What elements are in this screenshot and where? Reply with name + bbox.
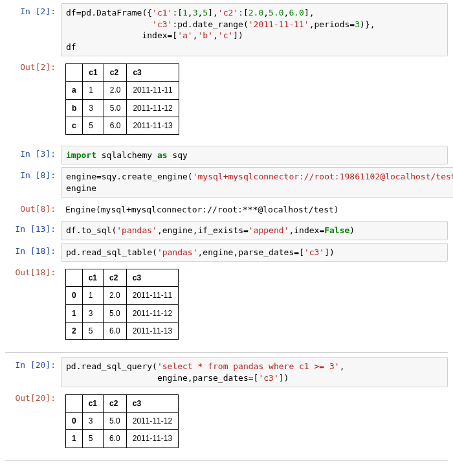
cell: 5.0 (104, 413, 127, 430)
cell: 2.0 (104, 287, 127, 304)
code-token: 3 (355, 19, 360, 29)
code-token: 'c3' (258, 373, 278, 383)
table-head: c1c2c3 (66, 64, 179, 82)
input-area[interactable]: pd.read_sql_query('select * from pandas … (61, 357, 448, 387)
code-token: 'select * from pandas where c1 >= 3' (157, 361, 340, 371)
code-token: ,engine,if_exists= (157, 225, 249, 235)
code-token: df.to_sql( (66, 225, 116, 235)
table-row: 035.02011-11-12 (66, 413, 179, 430)
col-header: c1 (82, 395, 103, 413)
table-row: 256.02011-11-13 (66, 322, 179, 339)
cell: 2011-11-11 (126, 287, 178, 304)
cell: 2011-11-13 (126, 322, 178, 339)
code-token: ]) (279, 373, 289, 383)
code-block: pd.read_sql_table('pandas',engine,parse_… (66, 247, 443, 258)
input-cell: In [18]:pd.read_sql_table('pandas',engin… (5, 243, 448, 262)
code-token: 'append' (249, 225, 289, 235)
code-block: import sqlalchemy as sqy (66, 150, 443, 161)
code-token: :pd.date_range( (172, 19, 248, 29)
in-prompt: In [13]: (5, 221, 61, 240)
code-token: engine,parse_dates=[ (66, 373, 258, 383)
row-header: 0 (66, 413, 83, 430)
cell: 5 (82, 430, 103, 448)
cell: 6.0 (104, 430, 127, 448)
input-area[interactable]: engine=sqy.create_engine('mysql+mysqlcon… (61, 167, 453, 198)
code-token: , (263, 8, 269, 17)
notebook-container: In [2]:df=pd.DataFrame({'c1':[1,3,5],'c2… (5, 3, 448, 461)
out-prompt: Out[18]: (5, 264, 61, 348)
cell: 2011-11-12 (126, 304, 178, 322)
table-row: a12.02011-11-11 (66, 82, 179, 99)
input-area[interactable]: df=pd.DataFrame({'c1':[1,3,5],'c2':[2.0,… (61, 3, 448, 56)
table-row: 135.02011-11-12 (66, 304, 179, 322)
input-cell: In [13]:df.to_sql('pandas',engine,if_exi… (5, 221, 448, 240)
code-token: 'pandas' (157, 247, 198, 257)
output-area: c1c2c3012.02011-11-11135.02011-11-12256.… (61, 264, 448, 348)
code-token: pd.read_sql_table( (66, 247, 157, 257)
code-token: , (213, 30, 218, 40)
code-block: df=pd.DataFrame({'c1':[1,3,5],'c2':[2.0,… (66, 7, 443, 52)
separator (5, 352, 448, 353)
cell: 1 (82, 287, 103, 304)
out-prompt: Out[8]: (5, 201, 61, 219)
cell: 6.0 (104, 117, 127, 134)
in-prompt: In [2]: (5, 3, 61, 56)
code-token: 'c3' (152, 19, 172, 29)
table-head: c1c2c3 (66, 269, 179, 287)
input-cell: In [20]:pd.read_sql_query('select * from… (5, 357, 448, 387)
code-token: :[ (172, 8, 182, 17)
code-token: 1 (182, 8, 188, 17)
code-token: ,engine,parse_dates=[ (198, 247, 304, 257)
code-token: , (193, 30, 198, 40)
in-prompt: In [18]: (5, 243, 61, 262)
code-token: engine (66, 183, 96, 193)
col-header: c3 (127, 64, 179, 82)
table-body: 012.02011-11-11135.02011-11-12256.02011-… (66, 287, 179, 340)
cell: 2011-11-12 (126, 413, 178, 430)
code-token: , (188, 8, 193, 17)
cell: 2011-11-12 (127, 99, 179, 117)
row-header: 1 (66, 430, 83, 448)
output-area: c1c2c3a12.02011-11-11b35.02011-11-12c56.… (61, 59, 448, 143)
output-cell: Out[2]:c1c2c3a12.02011-11-11b35.02011-11… (5, 59, 448, 143)
row-header: 1 (66, 304, 83, 322)
code-token: ,periods= (309, 19, 355, 29)
code-token: , (340, 361, 345, 371)
input-area[interactable]: df.to_sql('pandas',engine,if_exists='app… (61, 221, 448, 240)
cell: 6.0 (104, 322, 127, 339)
in-prompt: In [3]: (5, 146, 61, 165)
col-header (66, 395, 83, 413)
table-row: 156.02011-11-13 (66, 430, 179, 448)
cell: 3 (83, 99, 104, 117)
dataframe-table: c1c2c3a12.02011-11-11b35.02011-11-12c56.… (65, 63, 179, 135)
code-token: ], (208, 8, 218, 17)
input-area[interactable]: import sqlalchemy as sqy (61, 146, 448, 165)
input-cell: In [3]:import sqlalchemy as sqy (5, 146, 448, 165)
code-token: ]) (324, 247, 335, 257)
table-row: 012.02011-11-11 (66, 287, 179, 304)
code-token: import (66, 150, 96, 160)
code-block: pd.read_sql_query('select * from pandas … (66, 361, 443, 383)
out-prompt: Out[20]: (5, 390, 61, 457)
col-header (66, 64, 83, 82)
col-header (66, 269, 83, 287)
cell: 5.0 (104, 99, 127, 117)
cell: 2011-11-11 (127, 82, 179, 99)
col-header: c1 (83, 64, 104, 82)
row-header: b (66, 99, 83, 117)
output-cell: Out[8]:Engine(mysql+mysqlconnector://roo… (5, 201, 448, 219)
cell: 5.0 (104, 304, 127, 322)
cell: 2011-11-13 (127, 117, 179, 134)
out-prompt: Out[2]: (5, 59, 61, 143)
table-head: c1c2c3 (66, 395, 179, 413)
table-row: c1c2c3 (66, 269, 179, 287)
code-token: ) (349, 225, 355, 235)
code-token: as (157, 150, 168, 160)
col-header: c3 (126, 269, 178, 287)
code-token: pd.read_sql_query( (66, 361, 157, 371)
cell: 2.0 (104, 82, 127, 99)
cell: 3 (82, 304, 103, 322)
col-header: c1 (82, 269, 103, 287)
input-area[interactable]: pd.read_sql_table('pandas',engine,parse_… (61, 243, 448, 262)
code-token: 'c1' (152, 8, 172, 17)
